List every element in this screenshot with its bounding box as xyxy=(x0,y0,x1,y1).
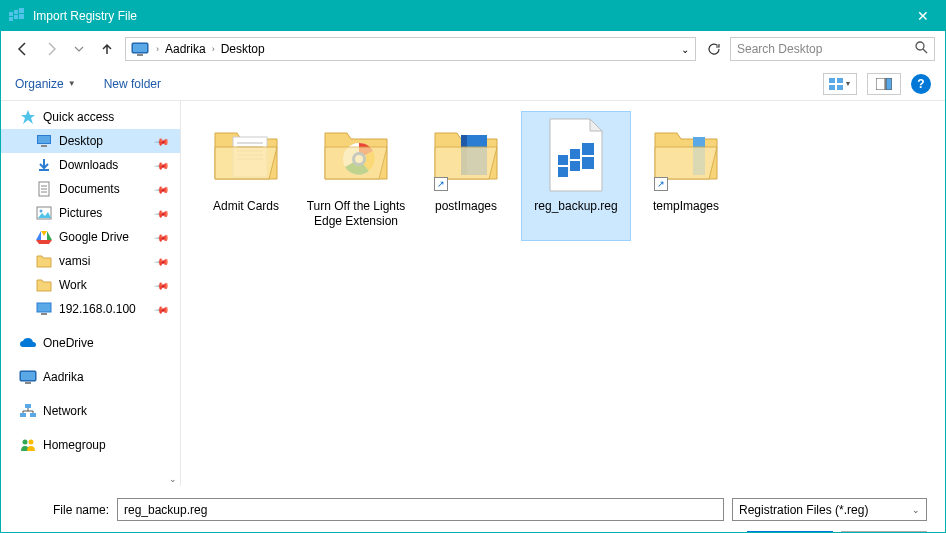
svg-point-42 xyxy=(29,440,34,445)
shortcut-overlay-icon: ↗ xyxy=(654,177,668,191)
sidebar-item-network-location[interactable]: 192.168.0.100📌 xyxy=(1,297,180,321)
chevron-down-icon: ⌄ xyxy=(912,505,920,515)
close-button[interactable]: ✕ xyxy=(900,1,945,31)
svg-point-41 xyxy=(23,440,28,445)
downloads-icon xyxy=(35,157,53,173)
svg-point-27 xyxy=(40,210,43,213)
pin-icon: 📌 xyxy=(154,157,170,173)
folder-thumbnail: ↗ xyxy=(646,115,726,195)
svg-rect-14 xyxy=(837,85,843,90)
svg-rect-0 xyxy=(9,12,13,16)
new-folder-button[interactable]: New folder xyxy=(104,77,161,91)
folder-thumbnail xyxy=(206,115,286,195)
svg-rect-2 xyxy=(19,8,24,13)
svg-rect-12 xyxy=(837,78,843,83)
view-mode-button[interactable]: ▼ xyxy=(823,73,857,95)
svg-rect-3 xyxy=(9,17,13,21)
filename-row: File name: Registration Files (*.reg) ⌄ xyxy=(19,498,927,521)
svg-rect-4 xyxy=(14,15,18,19)
titlebar: Import Registry File ✕ xyxy=(1,1,945,31)
breadcrumb-segment[interactable]: Aadrika xyxy=(163,40,208,58)
file-label: Turn Off the Lights Edge Extension xyxy=(305,199,407,229)
filename-input[interactable] xyxy=(117,498,724,521)
svg-rect-38 xyxy=(25,404,31,408)
address-dropdown-icon[interactable]: ⌄ xyxy=(681,44,689,55)
forward-button[interactable] xyxy=(39,37,63,61)
sidebar-item-documents[interactable]: Documents📌 xyxy=(1,177,180,201)
svg-rect-40 xyxy=(30,413,36,417)
chevron-right-icon[interactable]: › xyxy=(210,44,217,54)
file-list-pane[interactable]: Admit Cards Turn Off the Lights Edge Ext… xyxy=(181,101,945,486)
file-item-shortcut[interactable]: ↗ tempImages xyxy=(631,111,741,241)
file-item-folder[interactable]: Turn Off the Lights Edge Extension xyxy=(301,111,411,241)
sidebar-item-downloads[interactable]: Downloads📌 xyxy=(1,153,180,177)
svg-rect-33 xyxy=(37,303,51,312)
sidebar-item-vamsi[interactable]: vamsi📌 xyxy=(1,249,180,273)
homegroup-header[interactable]: Homegroup xyxy=(1,433,180,457)
filetype-select[interactable]: Registration Files (*.reg) ⌄ xyxy=(732,498,927,521)
pictures-icon xyxy=(35,205,53,221)
sidebar-item-work[interactable]: Work📌 xyxy=(1,273,180,297)
file-label: reg_backup.reg xyxy=(534,199,617,214)
back-button[interactable] xyxy=(11,37,35,61)
folder-thumbnail xyxy=(316,115,396,195)
network-header[interactable]: Network xyxy=(1,399,180,423)
file-label: tempImages xyxy=(653,199,719,214)
address-bar[interactable]: › Aadrika › Desktop ⌄ xyxy=(125,37,696,61)
search-placeholder: Search Desktop xyxy=(737,42,822,56)
toolbar: Organize ▼ New folder ▼ ? xyxy=(1,67,945,101)
svg-rect-54 xyxy=(558,155,568,165)
homegroup-icon xyxy=(19,437,37,453)
quick-access-header[interactable]: Quick access xyxy=(1,105,180,129)
sidebar-item-pictures[interactable]: Pictures📌 xyxy=(1,201,180,225)
file-label: postImages xyxy=(435,199,497,214)
sidebar-item-desktop[interactable]: Desktop📌 xyxy=(1,129,180,153)
file-item-folder[interactable]: Admit Cards xyxy=(191,111,301,241)
breadcrumb-segment[interactable]: Desktop xyxy=(219,40,267,58)
filename-label: File name: xyxy=(19,503,109,517)
search-icon xyxy=(915,41,928,57)
registry-app-icon xyxy=(9,8,25,24)
chevron-right-icon[interactable]: › xyxy=(154,44,161,54)
pin-icon: 📌 xyxy=(154,205,170,221)
onedrive-icon xyxy=(19,335,37,351)
breadcrumb: › Aadrika › Desktop xyxy=(154,40,677,58)
svg-rect-55 xyxy=(570,149,580,159)
shortcut-overlay-icon: ↗ xyxy=(434,177,448,191)
documents-icon xyxy=(35,181,53,197)
svg-rect-13 xyxy=(829,85,835,90)
dialog-body: Quick access Desktop📌 Downloads📌 Documen… xyxy=(1,101,945,486)
refresh-button[interactable] xyxy=(702,37,726,61)
file-item-shortcut[interactable]: ↗ postImages xyxy=(411,111,521,241)
pin-icon: 📌 xyxy=(154,229,170,245)
this-pc-icon xyxy=(19,369,37,385)
file-item-regfile[interactable]: reg_backup.reg xyxy=(521,111,631,241)
svg-rect-58 xyxy=(570,161,580,171)
sidebar-item-google-drive[interactable]: Google Drive📌 xyxy=(1,225,180,249)
recent-locations-dropdown[interactable] xyxy=(67,37,91,61)
aadrika-header[interactable]: Aadrika xyxy=(1,365,180,389)
navigation-pane: Quick access Desktop📌 Downloads📌 Documen… xyxy=(1,101,181,486)
chevron-down-icon: ▼ xyxy=(68,79,76,88)
pin-icon: 📌 xyxy=(154,277,170,293)
svg-point-9 xyxy=(916,42,924,50)
pin-icon: 📌 xyxy=(154,181,170,197)
dialog-footer: File name: Registration Files (*.reg) ⌄ … xyxy=(1,486,945,533)
svg-rect-56 xyxy=(582,143,594,155)
navigation-bar: › Aadrika › Desktop ⌄ Search Desktop xyxy=(1,31,945,67)
help-button[interactable]: ? xyxy=(911,74,931,94)
svg-rect-7 xyxy=(133,44,147,52)
svg-rect-16 xyxy=(886,78,892,90)
scroll-down-icon[interactable]: ⌄ xyxy=(169,474,177,484)
svg-rect-57 xyxy=(558,167,568,177)
svg-marker-32 xyxy=(36,240,52,244)
preview-pane-button[interactable] xyxy=(867,73,901,95)
up-button[interactable] xyxy=(95,37,119,61)
pin-icon: 📌 xyxy=(154,133,170,149)
organize-button[interactable]: Organize ▼ xyxy=(15,77,76,91)
onedrive-header[interactable]: OneDrive xyxy=(1,331,180,355)
search-input[interactable]: Search Desktop xyxy=(730,37,935,61)
svg-rect-11 xyxy=(829,78,835,83)
pin-icon: 📌 xyxy=(154,253,170,269)
svg-marker-17 xyxy=(21,110,35,124)
